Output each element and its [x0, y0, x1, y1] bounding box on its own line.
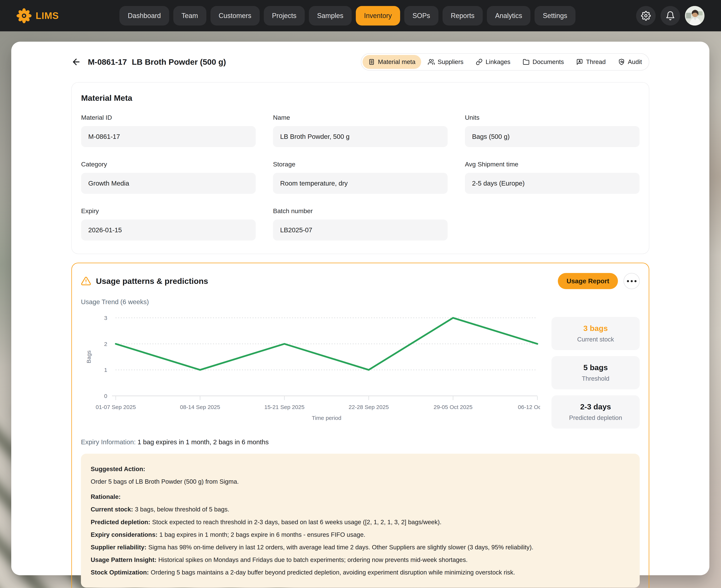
nav-item-inventory[interactable]: Inventory: [356, 6, 400, 25]
field-label: Name: [273, 114, 448, 121]
tab-label: Documents: [533, 58, 564, 65]
svg-text:3: 3: [104, 315, 107, 321]
ellipsis-icon: [627, 280, 629, 282]
field-category: Category Growth Media: [81, 161, 256, 194]
usage-trend-title: Usage Trend (6 weeks): [81, 298, 640, 306]
user-avatar[interactable]: [685, 6, 704, 25]
field-avg-shipment-time: Avg Shipment time 2-5 days (Europe): [465, 161, 640, 194]
field-value[interactable]: Bags (500 g): [465, 126, 640, 147]
rationale-title: Rationale:: [91, 492, 630, 502]
notifications-button[interactable]: [661, 6, 680, 25]
stat-current-stock: 3 bags Current stock: [552, 317, 640, 350]
nav-item-reports[interactable]: Reports: [443, 6, 483, 25]
rationale-text: 1 bag expires in 1 month; 2 bags expire …: [159, 531, 365, 538]
field-name: Name LB Broth Powder, 500 g: [273, 114, 448, 147]
field-label: Category: [81, 161, 256, 168]
field-value[interactable]: LB Broth Powder, 500 g: [273, 126, 448, 147]
settings-gear-button[interactable]: [636, 6, 656, 25]
usage-report-button[interactable]: Usage Report: [558, 273, 618, 289]
field-value[interactable]: Growth Media: [81, 173, 256, 194]
more-options-button[interactable]: [624, 273, 640, 289]
avatar-photo: [685, 6, 704, 25]
rationale-label: Stock Optimization:: [91, 569, 149, 576]
field-value[interactable]: Room temperature, dry: [273, 173, 448, 194]
nav-item-projects[interactable]: Projects: [264, 6, 305, 25]
field-label: Material ID: [81, 114, 256, 121]
tab-material-meta[interactable]: Material meta: [363, 55, 421, 69]
stat-value: 2-3 days: [553, 402, 638, 411]
svg-text:22-28 Sep 2025: 22-28 Sep 2025: [349, 404, 389, 410]
field-label: Avg Shipment time: [465, 161, 640, 168]
rationale-current-stock: Current stock:3 bags, below threshold of…: [91, 505, 630, 514]
rationale-label: Usage Pattern Insight:: [91, 556, 156, 563]
usage-actions: Usage Report: [558, 273, 640, 289]
tab-label: Audit: [628, 58, 642, 65]
material-id-title: M-0861-17: [88, 58, 127, 67]
nav-item-sops[interactable]: SOPs: [404, 6, 438, 25]
rationale-text: Sigma has 98% on-time delivery in last 1…: [148, 544, 534, 551]
tab-label: Linkages: [485, 58, 510, 65]
nav-items: Dashboard Team Customers Projects Sample…: [119, 6, 576, 25]
detail-header: M-0861-17 LB Broth Powder (500 g) Materi…: [71, 42, 649, 70]
rationale-predicted-depletion: Predicted depletion:Stock expected to re…: [91, 517, 630, 527]
field-batch-number: Batch number LB2025-07: [273, 207, 448, 240]
rationale-usage-pattern-insight: Usage Pattern Insight:Historical spikes …: [91, 555, 630, 565]
shield-at-icon: [618, 59, 625, 65]
field-expiry: Expiry 2026-01-15: [81, 207, 256, 240]
nav-item-settings[interactable]: Settings: [535, 6, 576, 25]
nav-item-analytics[interactable]: Analytics: [487, 6, 530, 25]
stat-threshold: 5 bags Threshold: [552, 356, 640, 389]
nav-item-dashboard[interactable]: Dashboard: [119, 6, 169, 25]
stat-label: Threshold: [553, 375, 638, 382]
top-navigation-bar: LIMS Dashboard Team Customers Projects S…: [0, 0, 721, 31]
svg-text:Bags: Bags: [86, 351, 92, 363]
tab-documents[interactable]: Documents: [517, 55, 569, 69]
detail-tabs: Material meta Suppliers Linkages Documen…: [361, 53, 649, 70]
rationale-text: Historical spikes on Mondays and Fridays…: [158, 556, 467, 563]
nav-item-samples[interactable]: Samples: [309, 6, 352, 25]
rationale-stock-optimization: Stock Optimization:Ordering 5 bags maint…: [91, 568, 630, 577]
svg-text:08-14 Sep 2025: 08-14 Sep 2025: [180, 404, 220, 410]
field-label: Expiry: [81, 207, 256, 215]
svg-text:1: 1: [104, 367, 107, 373]
svg-text:2: 2: [104, 341, 107, 347]
field-value[interactable]: 2-5 days (Europe): [465, 173, 640, 194]
usage-section-title: Usage patterns & predictions: [96, 276, 208, 286]
field-storage: Storage Room temperature, dry: [273, 161, 448, 194]
back-button[interactable]: [71, 56, 83, 67]
material-name-title: LB Broth Powder (500 g): [132, 58, 226, 67]
usage-trend-chart: 012301-07 Sep 202508-14 Sep 202515-21 Se…: [81, 311, 540, 428]
usage-stats: 3 bags Current stock 5 bags Threshold 2-…: [552, 311, 640, 428]
rationale-text: Stock expected to reach threshold in 2-3…: [152, 519, 441, 526]
tab-thread[interactable]: Thread: [570, 55, 612, 69]
brand-logo[interactable]: LIMS: [17, 8, 59, 23]
field-value[interactable]: 2026-01-15: [81, 219, 256, 240]
nav-right-actions: [636, 6, 704, 25]
tab-label: Material meta: [378, 58, 416, 65]
expiry-information: Expiry Information: 1 bag expires in 1 m…: [81, 438, 640, 446]
svg-text:06-12 Oct 2025: 06-12 Oct 2025: [518, 404, 540, 410]
chart-row: 012301-07 Sep 202508-14 Sep 202515-21 Se…: [81, 311, 640, 428]
document-lines-icon: [368, 59, 375, 65]
field-value[interactable]: M-0861-17: [81, 126, 256, 147]
page-title: M-0861-17 LB Broth Powder (500 g): [88, 58, 226, 67]
arrow-left-icon: [71, 57, 81, 67]
rationale-expiry-considerations: Expiry considerations:1 bag expires in 1…: [91, 530, 630, 540]
message-icon: [576, 59, 583, 65]
folder-icon: [523, 59, 529, 65]
stat-label: Current stock: [553, 336, 638, 343]
tab-audit[interactable]: Audit: [613, 55, 647, 69]
stat-value: 5 bags: [553, 363, 638, 372]
warning-triangle-icon: [81, 276, 91, 286]
nav-item-team[interactable]: Team: [173, 6, 206, 25]
svg-text:01-07 Sep 2025: 01-07 Sep 2025: [96, 404, 136, 410]
nav-item-customers[interactable]: Customers: [211, 6, 260, 25]
usage-header: Usage patterns & predictions Usage Repor…: [81, 273, 640, 289]
field-value[interactable]: LB2025-07: [273, 219, 448, 240]
rationale-label: Expiry considerations:: [91, 531, 158, 538]
svg-text:Time period: Time period: [312, 415, 341, 421]
tab-linkages[interactable]: Linkages: [470, 55, 516, 69]
suggested-action-box: Suggested Action: Order 5 bags of LB Bro…: [81, 454, 640, 588]
rationale-supplier-reliability: Supplier reliability:Sigma has 98% on-ti…: [91, 542, 630, 552]
tab-suppliers[interactable]: Suppliers: [422, 55, 469, 69]
